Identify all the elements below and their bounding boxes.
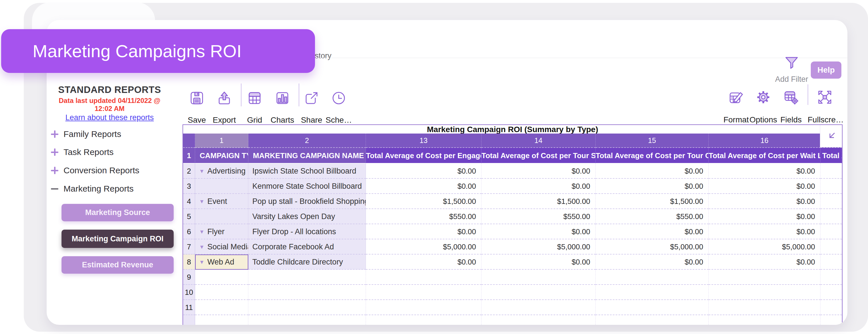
campaign-type-cell[interactable]: ▼Flyer [195,224,248,239]
value-cell[interactable]: $0.00 [709,209,820,224]
column-number[interactable]: 2 [248,134,366,148]
campaign-type-cell[interactable]: ▼Social Media [195,239,248,255]
row-number[interactable]: 7 [183,239,195,255]
empty-cell[interactable] [366,300,482,315]
help-button[interactable]: Help [811,62,841,79]
row-number[interactable]: 6 [183,224,195,239]
history-tab-partial[interactable]: story [315,52,332,60]
schedule-button[interactable]: Sche… [323,90,354,127]
row-number[interactable]: 11 [183,300,195,315]
row-number[interactable]: 3 [183,179,195,194]
empty-cell[interactable] [195,285,248,300]
learn-about-reports-link[interactable]: Learn about these reports [52,113,167,122]
campaign-name-cell[interactable]: Pop up stall - Brookfield Shopping Centr… [248,194,366,209]
column-number[interactable]: 14 [482,134,596,148]
value-cell[interactable]: $0.00 [366,179,482,194]
empty-cell[interactable] [709,300,820,315]
value-cell[interactable]: $5,000.00 [596,239,709,255]
value-cell[interactable]: $0.00 [482,179,596,194]
charts-button[interactable]: Charts [267,90,298,127]
empty-cell[interactable] [482,285,596,300]
value-cell[interactable]: $5,000.00 [482,239,596,255]
marketing-campaign-roi-button[interactable]: Marketing Campaign ROI [62,230,174,248]
collapse-arrow-icon[interactable]: ▼ [199,224,205,239]
selected-cell[interactable]: ▼Web Ad [195,255,248,270]
value-cell[interactable]: $0.00 [596,255,709,270]
empty-cell[interactable] [709,270,820,285]
empty-cell[interactable] [596,285,709,300]
row-number[interactable]: 4 [183,194,195,209]
row-number[interactable]: 10 [183,285,195,300]
column-header-campaign-type[interactable]: CAMPAIGN TYPE [195,148,248,164]
collapse-arrow-icon[interactable]: ▼ [199,194,205,209]
row-number[interactable]: 8 [183,255,195,270]
column-number[interactable]: 15 [596,134,709,148]
column-header-cost-per-wait-list[interactable]: Total Average of Cost per Wait List [709,148,820,164]
value-cell[interactable]: $5,000.00 [366,239,482,255]
corner-cell[interactable] [183,134,195,148]
empty-cell[interactable] [195,300,248,315]
empty-cell[interactable] [248,285,366,300]
empty-cell[interactable] [482,300,596,315]
value-cell[interactable]: $0.00 [366,224,482,239]
empty-cell[interactable] [596,300,709,315]
value-cell[interactable]: $1,500.00 [596,194,709,209]
column-header-cost-per-tour-sched[interactable]: Total Average of Cost per Tour Sched [482,148,596,164]
collapse-arrow-icon[interactable]: ▼ [199,164,205,179]
value-cell[interactable]: $1,500.00 [366,194,482,209]
sidebar-item-family-reports[interactable]: Family Reports [51,129,177,141]
row-number[interactable]: 5 [183,209,195,224]
share-button[interactable]: Share [296,90,327,127]
sidebar-item-task-reports[interactable]: Task Reports [51,147,177,159]
estimated-revenue-button[interactable]: Estimated Revenue [62,256,174,274]
campaign-name-cell[interactable]: Toddle Childcare Directory [248,255,366,270]
campaign-name-cell[interactable]: Ipswich State School Billboard [248,164,366,179]
row-number[interactable]: 1 [183,148,195,164]
empty-cell[interactable] [709,285,820,300]
value-cell[interactable]: $0.00 [709,164,820,179]
collapse-arrow-icon[interactable]: ▼ [199,255,205,270]
fullscreen-button[interactable]: Fullscre… [808,89,842,126]
column-header-cost-per-engaged[interactable]: Total Average of Cost per Engaged [366,148,482,164]
value-cell[interactable]: $0.00 [482,224,596,239]
value-cell[interactable]: $550.00 [366,209,482,224]
value-cell[interactable]: $5,000.00 [709,239,820,255]
sidebar-item-conversion-reports[interactable]: Conversion Reports [51,166,177,177]
row-number[interactable]: 9 [183,270,195,285]
column-number[interactable]: 16 [709,134,820,148]
value-cell[interactable]: $1,500.00 [482,194,596,209]
empty-cell[interactable] [248,270,366,285]
value-cell[interactable]: $0.00 [709,194,820,209]
column-header-cost-per-tour-compl[interactable]: Total Average of Cost per Tour Compl [596,148,709,164]
column-number[interactable]: 1 [195,134,248,148]
value-cell[interactable]: $0.00 [366,255,482,270]
column-number[interactable]: 13 [366,134,482,148]
campaign-type-cell[interactable]: ▼Event [195,194,248,209]
empty-cell[interactable] [366,285,482,300]
value-cell[interactable]: $550.00 [596,209,709,224]
value-cell[interactable]: $0.00 [596,179,709,194]
export-button[interactable]: Export [209,90,240,127]
fields-button[interactable]: Fields [774,89,808,126]
value-cell[interactable]: $0.00 [709,179,820,194]
campaign-name-cell[interactable]: Flyer Drop - All locations [248,224,366,239]
row-number[interactable]: 2 [183,164,195,179]
scroll-to-origin-button[interactable] [820,125,842,147]
sidebar-item-marketing-reports[interactable]: Marketing Reports [51,184,177,195]
add-filter-button[interactable]: Add Filter [769,57,814,88]
value-cell[interactable]: $0.00 [482,164,596,179]
empty-cell[interactable] [195,270,248,285]
value-cell[interactable]: $550.00 [482,209,596,224]
empty-cell[interactable] [596,270,709,285]
value-cell[interactable]: $0.00 [709,224,820,239]
value-cell[interactable]: $0.00 [366,164,482,179]
column-header-partial[interactable]: Total Av [820,148,842,164]
save-button[interactable]: Save [181,90,213,127]
campaign-name-cell[interactable]: Corporate Facebook Ad [248,239,366,255]
value-cell[interactable]: $0.00 [709,255,820,270]
empty-cell[interactable] [482,270,596,285]
collapse-arrow-icon[interactable]: ▼ [199,239,205,255]
value-cell[interactable]: $0.00 [596,164,709,179]
campaign-name-cell[interactable]: Kenmore State School Billboard [248,179,366,194]
grid-view-button[interactable]: Grid [239,90,270,127]
